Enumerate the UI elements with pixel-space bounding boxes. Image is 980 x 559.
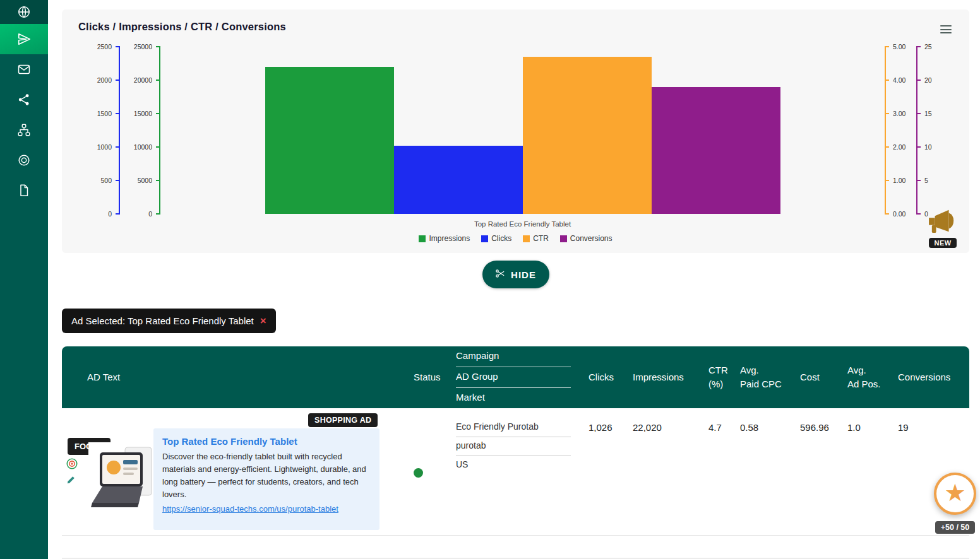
ad-url-link[interactable]: https://senior-squad-techs.com/us/purota…: [162, 504, 371, 514]
sidebar: [0, 0, 48, 559]
avg-ad-pos-value: 1.0: [842, 408, 892, 535]
legend-item[interactable]: Clicks: [481, 234, 511, 243]
axis-tick-label: 15000: [134, 110, 152, 117]
col-campaign[interactable]: Campaign: [456, 346, 571, 367]
ctr-value: 4.7: [703, 408, 734, 535]
main-content: Clicks / Impressions / CTR / Conversions…: [48, 0, 980, 559]
edit-icon[interactable]: [67, 475, 76, 486]
axis-tick-label: 5: [924, 177, 928, 184]
col-conversions: Conversions: [892, 346, 969, 408]
col-campaign-group: Campaign AD Group Market: [450, 346, 583, 408]
bar-conversions[interactable]: [652, 87, 780, 214]
campaign-cell: Eco Friendly Purotab purotab US: [450, 408, 583, 535]
sitemap-icon: [17, 123, 31, 137]
target-icon: [17, 153, 31, 167]
col-avg-ad-pos: Avg.Ad Pos.: [842, 346, 892, 408]
bar-ctr[interactable]: [523, 57, 652, 214]
y-axis-impressions: 0500010000150002000025000: [120, 47, 160, 214]
legend-item[interactable]: Impressions: [419, 234, 470, 243]
axis-tick-label: 25: [924, 44, 932, 50]
axis-tick-label: 2000: [97, 77, 112, 84]
status-cell: [412, 408, 450, 535]
legend-label: CTR: [533, 234, 549, 243]
avg-paid-cpc-value: 0.58: [734, 408, 794, 535]
sidebar-item-send[interactable]: [0, 24, 48, 54]
focus-target-icon[interactable]: [66, 457, 78, 472]
col-cost: Cost: [794, 346, 842, 408]
y-axis-clicks: 05001000150020002500: [78, 47, 120, 214]
send-icon: [17, 32, 31, 46]
megaphone-icon: [926, 208, 959, 237]
sidebar-item-mail[interactable]: [0, 54, 48, 85]
col-ctr: CTR(%): [703, 346, 734, 408]
ad-selected-chip: Ad Selected: Top Rated Eco Friendly Tabl…: [62, 309, 276, 333]
ad-title-link[interactable]: Top Rated Eco Friendly Tablet: [162, 436, 371, 447]
col-avg-paid-cpc: Avg.Paid CPC: [734, 346, 794, 408]
ad-info-box: Top Rated Eco Friendly Tablet Discover t…: [153, 428, 379, 530]
legend-swatch: [523, 235, 530, 242]
market-value: US: [456, 456, 571, 474]
axis-tick-label: 15: [924, 110, 932, 117]
globe-icon: [17, 5, 31, 19]
ad-group-value: purotab: [456, 437, 571, 456]
legend-label: Clicks: [491, 234, 511, 243]
star-button[interactable]: ★: [934, 473, 976, 515]
table-row: FOCUS: [62, 408, 969, 536]
campaign-value: Eco Friendly Purotab: [456, 418, 571, 437]
hide-button-label: HIDE: [511, 269, 536, 280]
rewards-widget: ★ +50 / 50: [934, 473, 976, 534]
axis-tick-label: 0: [148, 211, 152, 218]
legend-label: Impressions: [429, 234, 470, 243]
axis-tick-label: 20000: [134, 77, 152, 84]
axis-tick-label: 1.00: [893, 177, 905, 184]
sidebar-item-globe[interactable]: [0, 0, 48, 24]
col-ad-group[interactable]: AD Group: [456, 367, 571, 388]
star-icon: ★: [944, 481, 965, 505]
axis-tick-label: 5.00: [893, 44, 905, 50]
sidebar-item-share[interactable]: [0, 85, 48, 115]
sidebar-item-document[interactable]: [0, 175, 48, 206]
sidebar-item-sitemap[interactable]: [0, 115, 48, 145]
table-header: AD Text Status Campaign AD Group Market …: [62, 346, 969, 408]
ad-text-cell: FOCUS: [62, 408, 412, 535]
x-axis-label: Top Rated Eco Friendly Tablet: [160, 220, 885, 228]
ad-product-image: [88, 442, 155, 514]
chart-card: Clicks / Impressions / CTR / Conversions…: [62, 9, 969, 253]
score-badge: +50 / 50: [935, 521, 976, 534]
axis-tick-label: 3.00: [893, 110, 905, 117]
impressions-value: 22,020: [627, 408, 703, 535]
legend-swatch: [560, 235, 567, 242]
sidebar-item-target[interactable]: [0, 145, 48, 175]
col-market[interactable]: Market: [456, 388, 571, 408]
plot-area: [160, 47, 885, 214]
ad-description: Discover the eco-friendly tablet built w…: [162, 450, 371, 502]
axis-tick-label: 25000: [134, 44, 152, 50]
axis-tick-label: 2500: [97, 44, 112, 50]
chart-legend: ImpressionsClicksCTRConversions: [78, 234, 953, 243]
col-impressions: Impressions: [627, 346, 703, 408]
y-axis-ctr: 0.001.002.003.004.005.00: [885, 47, 916, 214]
legend-label: Conversions: [570, 234, 612, 243]
bar-clicks[interactable]: [394, 146, 523, 215]
axis-tick-label: 0.00: [893, 211, 905, 218]
hide-button[interactable]: HIDE: [482, 261, 549, 288]
ads-table: AD Text Status Campaign AD Group Market …: [62, 346, 969, 535]
axis-tick-label: 0: [108, 211, 112, 218]
share-icon: [17, 93, 31, 107]
axis-tick-label: 1000: [97, 144, 112, 151]
legend-item[interactable]: Conversions: [560, 234, 612, 243]
axis-tick-label: 500: [100, 177, 112, 184]
status-indicator: [414, 468, 423, 478]
clicks-value: 1,026: [583, 408, 627, 535]
axis-tick-label: 20: [924, 77, 932, 84]
bar-chart: 05001000150020002500 0500010000150002000…: [78, 47, 953, 214]
axis-tick-label: 10000: [134, 144, 152, 151]
bar-impressions[interactable]: [265, 67, 394, 214]
axis-tick-label: 5000: [138, 177, 152, 184]
close-icon[interactable]: ×: [260, 315, 266, 326]
announcement-widget[interactable]: NEW: [926, 208, 959, 248]
hamburger-menu-icon[interactable]: [939, 21, 953, 38]
axis-tick-label: 10: [924, 144, 932, 151]
legend-item[interactable]: CTR: [523, 234, 549, 243]
shopping-ad-badge: SHOPPING AD: [308, 413, 378, 427]
